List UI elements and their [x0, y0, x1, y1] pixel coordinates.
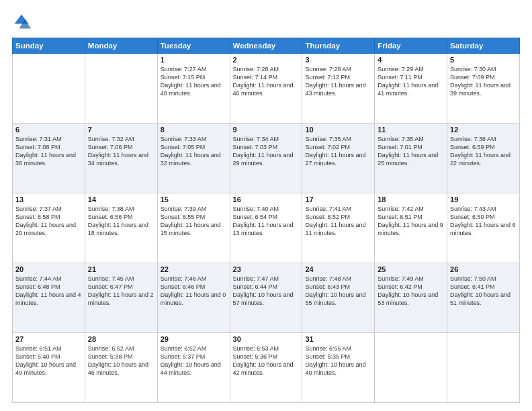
calendar-cell: 15Sunrise: 7:39 AM Sunset: 6:55 PM Dayli…: [157, 193, 230, 263]
day-number: 26: [450, 265, 517, 273]
calendar-header-row: SundayMondayTuesdayWednesdayThursdayFrid…: [13, 38, 520, 54]
day-of-week-header: Wednesday: [230, 38, 302, 54]
day-info: Sunrise: 7:32 AM Sunset: 7:06 PM Dayligh…: [88, 135, 154, 168]
calendar-cell: 29Sunrise: 6:52 AM Sunset: 5:37 PM Dayli…: [157, 333, 230, 403]
calendar-cell: 23Sunrise: 7:47 AM Sunset: 6:44 PM Dayli…: [230, 263, 302, 333]
calendar-cell: 18Sunrise: 7:42 AM Sunset: 6:51 PM Dayli…: [375, 193, 447, 263]
day-info: Sunrise: 7:46 AM Sunset: 6:46 PM Dayligh…: [161, 275, 227, 308]
day-number: 5: [450, 56, 517, 64]
day-info: Sunrise: 7:48 AM Sunset: 6:43 PM Dayligh…: [305, 275, 371, 308]
day-number: 8: [161, 126, 227, 134]
day-number: 6: [15, 126, 82, 134]
calendar-cell: [375, 333, 447, 403]
day-number: 3: [305, 56, 371, 64]
day-info: Sunrise: 7:30 AM Sunset: 7:09 PM Dayligh…: [450, 65, 517, 98]
day-info: Sunrise: 7:47 AM Sunset: 6:44 PM Dayligh…: [233, 275, 300, 308]
calendar-cell: [13, 54, 85, 124]
calendar-cell: 28Sunrise: 6:52 AM Sunset: 5:38 PM Dayli…: [85, 333, 157, 403]
day-info: Sunrise: 7:39 AM Sunset: 6:55 PM Dayligh…: [161, 205, 227, 238]
day-number: 13: [15, 195, 82, 203]
day-info: Sunrise: 7:50 AM Sunset: 6:41 PM Dayligh…: [450, 275, 517, 308]
day-number: 22: [161, 265, 227, 273]
calendar-cell: 14Sunrise: 7:38 AM Sunset: 6:56 PM Dayli…: [85, 193, 157, 263]
calendar-cell: 24Sunrise: 7:48 AM Sunset: 6:43 PM Dayli…: [302, 263, 375, 333]
day-number: 10: [305, 126, 371, 134]
day-info: Sunrise: 7:43 AM Sunset: 6:50 PM Dayligh…: [450, 205, 517, 238]
day-info: Sunrise: 7:28 AM Sunset: 7:14 PM Dayligh…: [233, 65, 300, 98]
day-info: Sunrise: 7:38 AM Sunset: 6:56 PM Dayligh…: [88, 205, 154, 238]
day-info: Sunrise: 6:52 AM Sunset: 5:38 PM Dayligh…: [88, 345, 154, 377]
day-info: Sunrise: 6:55 AM Sunset: 5:35 PM Dayligh…: [305, 345, 371, 377]
day-of-week-header: Thursday: [302, 38, 375, 54]
day-number: 18: [378, 195, 444, 203]
day-info: Sunrise: 7:27 AM Sunset: 7:15 PM Dayligh…: [161, 65, 227, 98]
calendar-cell: 27Sunrise: 6:51 AM Sunset: 5:40 PM Dayli…: [13, 333, 85, 403]
day-info: Sunrise: 7:41 AM Sunset: 6:52 PM Dayligh…: [305, 205, 371, 238]
logo-icon: [12, 12, 31, 31]
calendar-cell: 17Sunrise: 7:41 AM Sunset: 6:52 PM Dayli…: [302, 193, 375, 263]
calendar-cell: 16Sunrise: 7:40 AM Sunset: 6:54 PM Dayli…: [230, 193, 302, 263]
day-number: 17: [305, 195, 371, 203]
day-info: Sunrise: 7:31 AM Sunset: 7:08 PM Dayligh…: [15, 135, 82, 168]
day-number: 19: [450, 195, 517, 203]
calendar-cell: 20Sunrise: 7:44 AM Sunset: 6:48 PM Dayli…: [13, 263, 85, 333]
day-info: Sunrise: 7:37 AM Sunset: 6:58 PM Dayligh…: [15, 205, 82, 238]
day-info: Sunrise: 6:52 AM Sunset: 5:37 PM Dayligh…: [161, 345, 227, 377]
calendar-cell: 2Sunrise: 7:28 AM Sunset: 7:14 PM Daylig…: [230, 54, 302, 124]
calendar-cell: 4Sunrise: 7:29 AM Sunset: 7:11 PM Daylig…: [375, 54, 447, 124]
day-info: Sunrise: 7:34 AM Sunset: 7:03 PM Dayligh…: [233, 135, 300, 168]
calendar-cell: 9Sunrise: 7:34 AM Sunset: 7:03 PM Daylig…: [230, 124, 302, 193]
day-info: Sunrise: 7:44 AM Sunset: 6:48 PM Dayligh…: [15, 275, 82, 308]
calendar-cell: 13Sunrise: 7:37 AM Sunset: 6:58 PM Dayli…: [13, 193, 85, 263]
day-number: 1: [161, 56, 227, 64]
calendar-week-row: 6Sunrise: 7:31 AM Sunset: 7:08 PM Daylig…: [13, 124, 520, 193]
calendar-cell: 3Sunrise: 7:28 AM Sunset: 7:12 PM Daylig…: [302, 54, 375, 124]
calendar-cell: [447, 333, 520, 403]
day-of-week-header: Monday: [85, 38, 157, 54]
calendar-cell: 31Sunrise: 6:55 AM Sunset: 5:35 PM Dayli…: [302, 333, 375, 403]
day-number: 30: [233, 335, 300, 343]
page: SundayMondayTuesdayWednesdayThursdayFrid…: [0, 0, 532, 411]
day-info: Sunrise: 7:33 AM Sunset: 7:05 PM Dayligh…: [161, 135, 227, 168]
day-info: Sunrise: 7:35 AM Sunset: 7:02 PM Dayligh…: [305, 135, 371, 168]
day-number: 31: [305, 335, 371, 343]
logo: [12, 12, 34, 31]
day-info: Sunrise: 7:40 AM Sunset: 6:54 PM Dayligh…: [233, 205, 300, 238]
header: [12, 12, 520, 31]
day-of-week-header: Friday: [375, 38, 447, 54]
day-number: 4: [378, 56, 444, 64]
day-info: Sunrise: 7:29 AM Sunset: 7:11 PM Dayligh…: [378, 65, 444, 98]
day-number: 23: [233, 265, 300, 273]
calendar-cell: 11Sunrise: 7:35 AM Sunset: 7:01 PM Dayli…: [375, 124, 447, 193]
day-info: Sunrise: 7:45 AM Sunset: 6:47 PM Dayligh…: [88, 275, 154, 308]
day-info: Sunrise: 7:28 AM Sunset: 7:12 PM Dayligh…: [305, 65, 371, 98]
day-number: 9: [233, 126, 300, 134]
calendar-week-row: 1Sunrise: 7:27 AM Sunset: 7:15 PM Daylig…: [13, 54, 520, 124]
calendar-cell: 21Sunrise: 7:45 AM Sunset: 6:47 PM Dayli…: [85, 263, 157, 333]
day-number: 7: [88, 126, 154, 134]
day-number: 11: [378, 126, 444, 134]
calendar-cell: 25Sunrise: 7:49 AM Sunset: 6:42 PM Dayli…: [375, 263, 447, 333]
day-number: 16: [233, 195, 300, 203]
day-number: 15: [161, 195, 227, 203]
calendar-cell: 22Sunrise: 7:46 AM Sunset: 6:46 PM Dayli…: [157, 263, 230, 333]
day-of-week-header: Saturday: [447, 38, 520, 54]
day-number: 20: [15, 265, 82, 273]
day-info: Sunrise: 6:53 AM Sunset: 5:36 PM Dayligh…: [233, 345, 300, 377]
day-info: Sunrise: 7:49 AM Sunset: 6:42 PM Dayligh…: [378, 275, 444, 308]
calendar-cell: 12Sunrise: 7:36 AM Sunset: 6:59 PM Dayli…: [447, 124, 520, 193]
calendar-cell: 30Sunrise: 6:53 AM Sunset: 5:36 PM Dayli…: [230, 333, 302, 403]
calendar: SundayMondayTuesdayWednesdayThursdayFrid…: [12, 38, 520, 403]
calendar-cell: 8Sunrise: 7:33 AM Sunset: 7:05 PM Daylig…: [157, 124, 230, 193]
calendar-cell: 6Sunrise: 7:31 AM Sunset: 7:08 PM Daylig…: [13, 124, 85, 193]
day-number: 25: [378, 265, 444, 273]
day-number: 14: [88, 195, 154, 203]
day-number: 27: [15, 335, 82, 343]
calendar-cell: 19Sunrise: 7:43 AM Sunset: 6:50 PM Dayli…: [447, 193, 520, 263]
calendar-cell: 5Sunrise: 7:30 AM Sunset: 7:09 PM Daylig…: [447, 54, 520, 124]
day-info: Sunrise: 7:42 AM Sunset: 6:51 PM Dayligh…: [378, 205, 444, 238]
calendar-week-row: 27Sunrise: 6:51 AM Sunset: 5:40 PM Dayli…: [13, 333, 520, 403]
day-number: 28: [88, 335, 154, 343]
day-number: 12: [450, 126, 517, 134]
day-number: 2: [233, 56, 300, 64]
